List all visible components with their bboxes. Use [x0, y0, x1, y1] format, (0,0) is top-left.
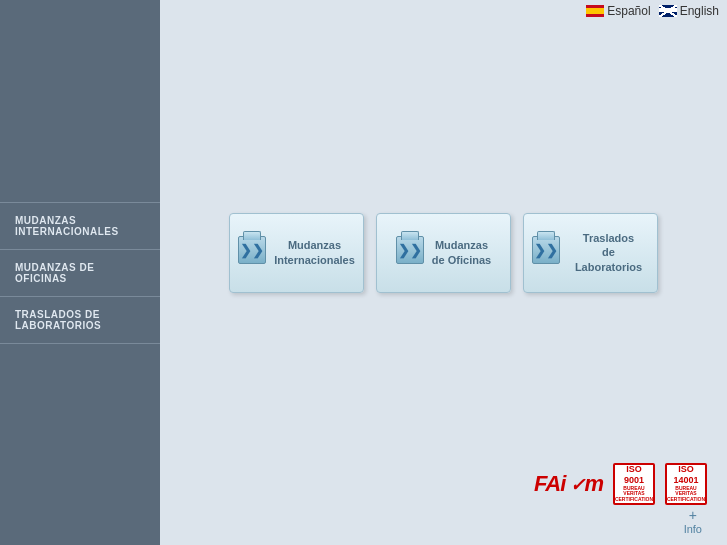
iso-14001-badge: ISO 14001 BUREAU VERITAS CERTIFICATION	[665, 463, 707, 505]
espanol-link[interactable]: Español	[586, 4, 650, 18]
sidebar-item-lab-moves[interactable]: TRASLADOS DE LABORATORIOS	[0, 296, 160, 344]
faim-logo: FA i ✓m	[534, 471, 603, 497]
card-lab-text: Traslados de Laboratorios	[568, 231, 649, 274]
cards-row: ❯❯ Mudanzas Internacionales ❯❯ Mudanzas …	[229, 213, 658, 293]
iso-9001-badge: ISO 9001 BUREAU VERITAS CERTIFICATION	[613, 463, 655, 505]
card-office-moves[interactable]: ❯❯ Mudanzas de Oficinas	[376, 213, 511, 293]
english-link[interactable]: English	[659, 4, 719, 18]
info-link[interactable]: + Info	[684, 507, 702, 535]
sidebar-item-office-moves[interactable]: MUDANZAS DE OFICINAS	[0, 249, 160, 296]
card-intl-text: Mudanzas Internacionales	[274, 238, 355, 267]
card-intl-moves[interactable]: ❯❯ Mudanzas Internacionales	[229, 213, 364, 293]
uk-flag-icon	[659, 5, 677, 17]
box-icon-office: ❯❯	[396, 236, 424, 270]
spain-flag-icon	[586, 5, 604, 17]
espanol-label: Español	[607, 4, 650, 18]
logos-row: FA i ✓m ISO 9001 BUREAU VERITAS CERTIFIC…	[534, 463, 707, 505]
sidebar-item-intl-moves[interactable]: MUDANZAS INTERNACIONALES	[0, 202, 160, 249]
box-icon-lab: ❯❯	[532, 236, 560, 270]
card-lab-moves[interactable]: ❯❯ Traslados de Laboratorios	[523, 213, 658, 293]
box-icon-intl: ❯❯	[238, 236, 266, 270]
english-label: English	[680, 4, 719, 18]
main-content: ❯❯ Mudanzas Internacionales ❯❯ Mudanzas …	[160, 0, 727, 545]
card-office-text: Mudanzas de Oficinas	[432, 238, 491, 267]
sidebar: MUDANZAS INTERNACIONALES MUDANZAS DE OFI…	[0, 0, 160, 545]
language-bar: Español English	[578, 0, 727, 22]
